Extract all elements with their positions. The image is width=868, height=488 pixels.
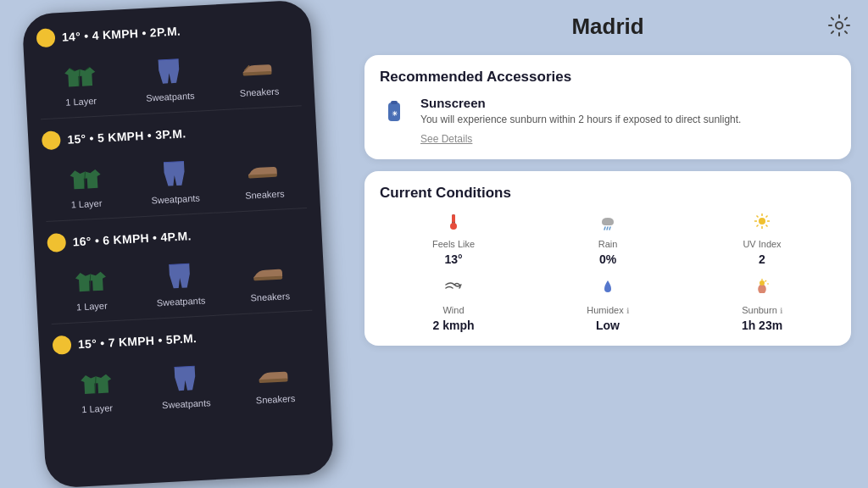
svg-line-11 bbox=[604, 227, 605, 230]
uv-icon bbox=[753, 212, 771, 236]
svg-point-14 bbox=[759, 218, 765, 225]
layer-label-4: 1 Layer bbox=[81, 402, 113, 414]
layer-label-1: 1 Layer bbox=[65, 96, 97, 108]
svg-line-13 bbox=[609, 227, 610, 230]
wind-icon bbox=[444, 278, 463, 302]
clothes-item-shoes-3: Sneakers bbox=[242, 250, 296, 303]
svg-point-23 bbox=[760, 280, 765, 286]
svg-line-21 bbox=[766, 215, 768, 217]
feels-like-value: 13° bbox=[444, 252, 462, 266]
sneakers-label-1: Sneakers bbox=[240, 86, 280, 98]
city-header: Madrid bbox=[364, 14, 851, 43]
sunburn-icon bbox=[753, 278, 771, 302]
time-text-2: 15° • 5 KMPH • 3P.M. bbox=[67, 126, 186, 146]
condition-sunburn: Sunburn ℹ 1h 23m bbox=[688, 278, 836, 332]
clothes-item-pants-3: Sweatpants bbox=[153, 254, 207, 308]
clothes-item-pants-4: Sweatpants bbox=[159, 357, 212, 410]
sweatpants-label-1: Sweatpants bbox=[146, 91, 195, 103]
conditions-grid: Feels Like 13° Rain 0% bbox=[380, 212, 836, 332]
sun-icon-2 bbox=[42, 130, 61, 150]
svg-line-20 bbox=[766, 225, 768, 226]
accessory-row: ☀ Sunscreen You will experience sunburn … bbox=[380, 96, 836, 146]
svg-rect-6 bbox=[391, 101, 398, 104]
svg-line-12 bbox=[607, 227, 608, 230]
humidex-icon bbox=[598, 278, 617, 302]
weather-scroll: 14° • 4 KMPH • 2P.M. 1 Layer bbox=[22, 0, 331, 434]
conditions-card-title: Current Conditions bbox=[380, 185, 836, 202]
condition-wind: Wind 2 kmph bbox=[380, 278, 527, 332]
condition-feels-like: Feels Like 13° bbox=[380, 212, 527, 266]
clothes-row-1: 1 Layer Sweatpants bbox=[24, 40, 315, 119]
sweatpants-label-2: Sweatpants bbox=[151, 193, 200, 206]
rain-icon bbox=[598, 212, 617, 236]
clothes-row-4: 1 Layer Sweatpants S bbox=[40, 347, 331, 427]
sneakers-label-2: Sneakers bbox=[245, 188, 285, 200]
sunscreen-icon: ☀ bbox=[380, 97, 410, 135]
uv-label: UV Index bbox=[743, 239, 781, 249]
phone-wrapper: 14° • 4 KMPH • 2P.M. 1 Layer bbox=[0, 0, 356, 488]
city-title: Madrid bbox=[571, 14, 643, 40]
sunburn-value: 1h 23m bbox=[742, 319, 782, 332]
accessory-desc: You will experience sunburn within 2 hou… bbox=[420, 113, 741, 127]
clothes-item-jacket-3: 1 Layer bbox=[64, 259, 118, 313]
sweatpants-label-3: Sweatpants bbox=[157, 295, 206, 308]
humidex-label: Humidex ℹ bbox=[587, 305, 628, 315]
sunburn-label: Sunburn ℹ bbox=[742, 305, 782, 315]
layer-label-2: 1 Layer bbox=[70, 198, 102, 210]
clothes-row-3: 1 Layer Sweatpants S bbox=[35, 245, 326, 324]
sun-icon-1 bbox=[36, 28, 55, 47]
time-text-3: 16° • 6 KMPH • 4P.M. bbox=[72, 229, 192, 248]
accessories-card: Recommended Accessories ☀ Sunscreen You … bbox=[364, 55, 851, 159]
clothes-item-shoes-4: Sneakers bbox=[248, 352, 301, 406]
phone: 14° • 4 KMPH • 2P.M. 1 Layer bbox=[22, 0, 335, 488]
condition-humidex: Humidex ℹ Low bbox=[534, 278, 682, 332]
svg-text:☀: ☀ bbox=[392, 110, 398, 118]
rain-label: Rain bbox=[598, 239, 618, 249]
condition-uv: UV Index 2 bbox=[688, 212, 836, 266]
sweatpants-label-4: Sweatpants bbox=[162, 397, 211, 410]
clothes-item-jacket-4: 1 Layer bbox=[70, 362, 123, 415]
svg-line-22 bbox=[757, 225, 759, 226]
svg-rect-10 bbox=[452, 214, 455, 223]
clothes-item-shoes-1: Sneakers bbox=[231, 45, 285, 98]
condition-rain: Rain 0% bbox=[534, 212, 682, 266]
svg-point-4 bbox=[836, 22, 843, 29]
clothes-item-jacket-2: 1 Layer bbox=[58, 157, 112, 210]
sun-icon-4 bbox=[52, 336, 71, 355]
humidex-value: Low bbox=[596, 319, 620, 332]
uv-value: 2 bbox=[759, 252, 765, 266]
right-panel: Madrid Recommended Accessories ☀ Sunscre… bbox=[356, 0, 868, 488]
wind-value: 2 kmph bbox=[432, 319, 474, 332]
sun-icon-3 bbox=[47, 233, 66, 252]
clothes-item-pants-1: Sweatpants bbox=[142, 50, 196, 103]
thermometer-icon bbox=[444, 212, 463, 236]
svg-line-25 bbox=[765, 280, 767, 282]
time-text-1: 14° • 4 KMPH • 2P.M. bbox=[62, 25, 181, 44]
accessory-name: Sunscreen bbox=[420, 96, 741, 110]
layer-label-3: 1 Layer bbox=[76, 300, 108, 312]
svg-point-9 bbox=[450, 223, 457, 230]
sneakers-label-4: Sneakers bbox=[256, 393, 296, 405]
see-details-link[interactable]: See Details bbox=[420, 133, 472, 145]
clothes-item-jacket-1: 1 Layer bbox=[53, 54, 107, 108]
conditions-card: Current Conditions Feels Like 13° bbox=[364, 171, 851, 346]
rain-value: 0% bbox=[599, 252, 616, 266]
accessories-card-title: Recommended Accessories bbox=[380, 69, 836, 86]
feels-like-label: Feels Like bbox=[432, 239, 475, 249]
sneakers-label-3: Sneakers bbox=[250, 291, 290, 302]
phone-screen: 14° • 4 KMPH • 2P.M. 1 Layer bbox=[22, 0, 335, 488]
settings-icon[interactable] bbox=[827, 14, 851, 37]
svg-line-19 bbox=[757, 215, 759, 217]
clothes-item-pants-2: Sweatpants bbox=[147, 152, 201, 206]
wind-label: Wind bbox=[442, 305, 464, 315]
clothes-item-shoes-2: Sneakers bbox=[237, 147, 291, 201]
accessory-info: Sunscreen You will experience sunburn wi… bbox=[420, 96, 741, 146]
time-text-4: 15° • 7 KMPH • 5P.M. bbox=[78, 331, 198, 351]
